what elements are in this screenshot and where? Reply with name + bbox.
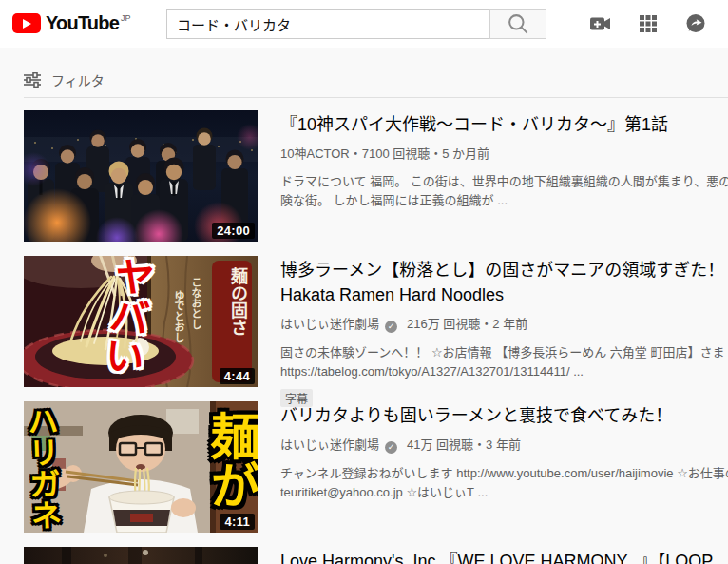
thumbnail-overlay-text: 麺が	[206, 411, 256, 510]
header-actions	[589, 12, 707, 35]
search-result-3: ハリガネ 麺が 4:11 バリカタよりも固いラーメンと裏技で食べてみた！ はいじ…	[24, 401, 728, 547]
verified-badge-icon: ✓	[385, 321, 397, 333]
channel-name[interactable]: はいじぃ迷作劇場	[280, 317, 379, 331]
youtube-logo[interactable]: YouTube JP	[12, 12, 131, 33]
duration-badge: 4:11	[220, 514, 255, 530]
duration-badge: 24:00	[212, 223, 255, 239]
filter-divider	[24, 97, 728, 98]
thumbnail-overlay-text: ハリガネ	[25, 404, 61, 531]
channel-name[interactable]: はいじぃ迷作劇場	[280, 438, 379, 452]
search-result-1: 24:00 『10神スパイ大作戦〜コード・バリカタ〜』第1話 10神ACTOR・…	[24, 110, 728, 256]
messages-icon[interactable]	[684, 12, 707, 35]
apps-grid-icon[interactable]	[637, 12, 660, 35]
thumbnail-sign-text: 麺の固さ	[229, 267, 246, 336]
video-meta: はいじぃ迷作劇場✓216万 回視聴・2 年前	[280, 314, 728, 333]
thumbnail-art-dark	[24, 547, 258, 564]
description-line: チャンネル登録おねがいします http://www.youtube.com/us…	[280, 464, 728, 483]
description-line: 固さの未体験ゾーンへ！！ ☆お店情報 【博多長浜らーめん 六角堂 町田店】さま	[280, 343, 728, 362]
logo-country-code: JP	[121, 13, 131, 23]
filter-button[interactable]: フィルタ	[24, 70, 105, 89]
video-meta: はいじぃ迷作劇場✓41万 回視聴・3 年前	[280, 435, 728, 454]
description-line: ドラマについて 福岡。 この街は、世界中の地下組織裏組織の人間が集まり、悪の危	[280, 172, 728, 191]
video-thumbnail[interactable]: ハリガネ 麺が 4:11	[24, 401, 258, 533]
filter-label: フィルタ	[51, 70, 105, 89]
search-button[interactable]	[489, 9, 546, 39]
verified-badge-icon: ✓	[385, 441, 397, 454]
video-title[interactable]: バリカタよりも固いラーメンと裏技で食べてみた！	[280, 403, 728, 428]
search-result-4: Love Harmony's, Inc.『WE LOVE HARMONY...』…	[24, 547, 728, 564]
app-header: YouTube JP	[0, 0, 728, 48]
video-stats: 41万 回視聴・3 年前	[407, 438, 521, 452]
thumbnail-sign-subtext: こなおとし	[190, 277, 201, 329]
video-description: ドラマについて 福岡。 この街は、世界中の地下組織裏組織の人間が集まり、悪の危 …	[280, 172, 728, 209]
video-description: チャンネル登録おねがいします http://www.youtube.com/us…	[280, 464, 728, 501]
video-stats: 216万 回視聴・2 年前	[407, 317, 527, 331]
video-title[interactable]: 博多ラーメン【粉落とし】の固さがマニアの領域すぎた！	[280, 258, 728, 282]
description-line: teuritiket@yahoo.co.jp ☆はいじぃT ...	[280, 483, 728, 502]
description-line: https://tabelog.com/tokyo/A1327/A132701/…	[280, 362, 728, 381]
search-bar	[166, 9, 546, 39]
search-result-2: ヤバい 麺の固さ こなおとし ゆでとおし 4:44 博多ラーメン【粉落とし】の固…	[24, 256, 728, 401]
video-title[interactable]: 『10神スパイ大作戦〜コード・バリカタ〜』第1話	[280, 112, 728, 137]
description-line: 険な街。 しかし福岡には正義の組織が ...	[280, 191, 728, 210]
video-thumbnail[interactable]: ヤバい 麺の固さ こなおとし ゆでとおし 4:44	[24, 256, 258, 387]
video-description: 固さの未体験ゾーンへ！！ ☆お店情報 【博多長浜らーめん 六角堂 町田店】さま …	[280, 343, 728, 380]
video-thumbnail[interactable]: 24:00	[24, 110, 258, 242]
video-title[interactable]: Love Harmony's, Inc.『WE LOVE HARMONY...』…	[280, 549, 728, 564]
video-meta: 10神ACTOR・7100 回視聴・5 か月前	[280, 144, 728, 162]
duration-badge: 4:44	[220, 368, 255, 384]
video-thumbnail[interactable]	[24, 547, 258, 564]
search-input[interactable]	[166, 9, 490, 39]
video-title-line2[interactable]: Hakata Ramen Hard Noodles	[280, 282, 728, 307]
upload-video-icon[interactable]	[589, 12, 612, 35]
filter-sliders-icon	[24, 72, 41, 88]
search-icon	[507, 12, 529, 35]
logo-wordmark: YouTube	[46, 12, 119, 33]
youtube-play-icon	[12, 13, 41, 33]
thumbnail-sign-subtext: ゆでとおし	[173, 290, 183, 342]
